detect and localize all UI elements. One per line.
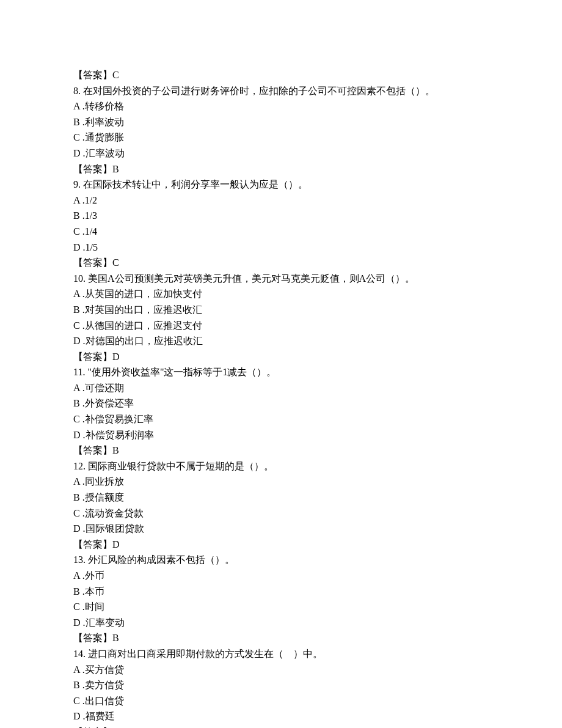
text-line: A .从英国的进口，应加快支付 [73,286,489,302]
text-line: B .1/3 [73,208,489,224]
text-line: B .利率波动 [73,114,489,130]
text-line: C .1/4 [73,224,489,240]
text-line: B .对英国的出口，应推迟收汇 [73,302,489,318]
document-body: 【答案】C 8. 在对国外投资的子公司进行财务评价时，应扣除的子公司不可控因素不… [73,67,489,728]
text-line: 【答案】D [73,349,489,365]
text-line: D .对德国的出口，应推迟收汇 [73,333,489,349]
text-line: C .出口信贷 [73,693,489,709]
text-line: 【答案】A [73,724,489,728]
text-line: 9. 在国际技术转让中，利润分享率一般认为应是（）。 [73,177,489,193]
text-line: A .可偿还期 [73,380,489,396]
text-line: A .买方信贷 [73,662,489,678]
text-line: C .通货膨胀 [73,130,489,145]
text-line: 10. 美国A公司预测美元对英镑美元升值，美元对马克美元贬值，则A公司（）。 [73,271,489,287]
text-line: D .汇率变动 [73,615,489,631]
text-line: B .外资偿还率 [73,395,489,411]
text-line: A .转移价格 [73,98,489,114]
text-line: A .同业拆放 [73,474,489,490]
text-line: 14. 进口商对出口商采用即期付款的方式发生在（ ）中。 [73,646,489,662]
text-line: A .1/2 [73,193,489,208]
text-line: D .福费廷 [73,708,489,724]
text-line: C .从德国的进口，应推迟支付 [73,318,489,334]
text-line: B .卖方信贷 [73,677,489,693]
text-line: 【答案】D [73,537,489,553]
text-line: 【答案】B [73,443,489,458]
text-line: 【答案】B [73,161,489,177]
text-line: A .外币 [73,568,489,584]
text-line: C .时间 [73,599,489,615]
text-line: 13. 外汇风险的构成因素不包括（）。 [73,552,489,568]
text-line: D .国际银团贷款 [73,521,489,537]
text-line: 【答案】C [73,255,489,271]
text-line: C .流动资金贷款 [73,506,489,521]
text-line: 【答案】C [73,67,489,83]
text-line: 【答案】B [73,630,489,646]
text-line: B .授信额度 [73,490,489,506]
text-line: D .汇率波动 [73,145,489,161]
text-line: C .补偿贸易换汇率 [73,411,489,427]
text-line: D .1/5 [73,240,489,256]
text-line: 11. "使用外资收益率"这一指标等于1减去（）。 [73,364,489,380]
text-line: 12. 国际商业银行贷款中不属于短期的是（）。 [73,458,489,474]
text-line: D .补偿贸易利润率 [73,427,489,443]
text-line: B .本币 [73,584,489,600]
text-line: 8. 在对国外投资的子公司进行财务评价时，应扣除的子公司不可控因素不包括（）。 [73,83,489,99]
